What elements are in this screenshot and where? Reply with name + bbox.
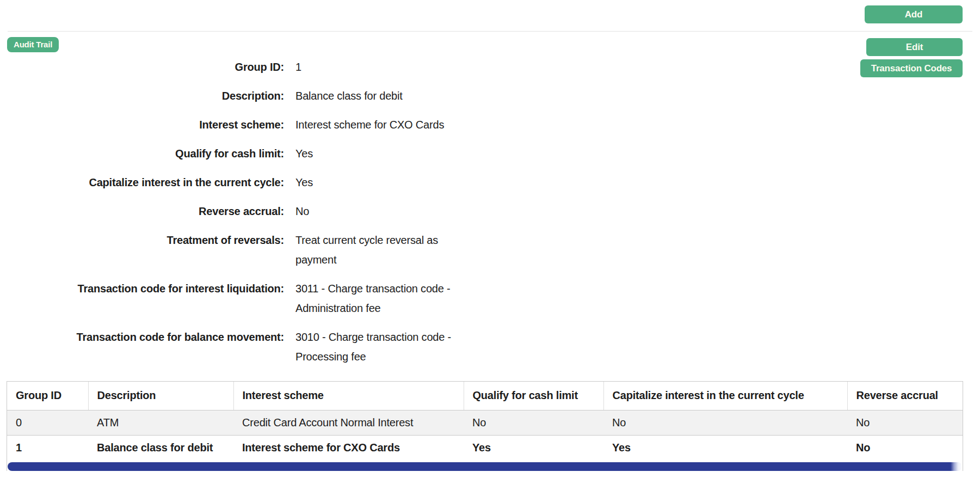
cell-interest-scheme: Interest scheme for CXO Cards <box>233 435 464 460</box>
detail-action-buttons: Edit Transaction Codes <box>860 38 963 77</box>
cell-qualify-cash-limit: Yes <box>464 435 603 460</box>
field-value-qualify-cash-limit: Yes <box>295 144 476 163</box>
column-header-interest-scheme[interactable]: Interest scheme <box>233 382 464 410</box>
table-header-row: Group ID Description Interest scheme Qua… <box>7 382 963 410</box>
column-header-qualify-cash-limit[interactable]: Qualify for cash limit <box>464 382 603 410</box>
cell-capitalize-interest: Yes <box>603 435 847 460</box>
field-label-qualify-cash-limit: Qualify for cash limit: <box>0 144 284 163</box>
groups-table-container: Group ID Description Interest scheme Qua… <box>7 381 963 471</box>
cell-reverse-accrual: No <box>847 435 963 460</box>
table-row[interactable]: 0 ATM Credit Card Account Normal Interes… <box>7 410 963 435</box>
field-label-description: Description: <box>0 86 284 106</box>
field-value-interest-scheme: Interest scheme for CXO Cards <box>295 115 476 134</box>
field-label-txn-code-balance-movement: Transaction code for balance movement: <box>0 327 284 366</box>
column-header-capitalize-interest[interactable]: Capitalize interest in the current cycle <box>603 382 847 410</box>
group-detail-form: Group ID: 1 Description: Balance class f… <box>0 57 476 366</box>
cell-description: Balance class for debit <box>88 435 233 460</box>
cell-group-id: 0 <box>7 410 88 435</box>
field-label-txn-code-interest-liquidation: Transaction code for interest liquidatio… <box>0 279 284 318</box>
field-value-capitalize-interest: Yes <box>295 173 476 192</box>
edit-button[interactable]: Edit <box>866 38 963 56</box>
divider <box>8 31 972 32</box>
column-header-description[interactable]: Description <box>88 382 233 410</box>
column-header-reverse-accrual[interactable]: Reverse accrual <box>847 382 963 410</box>
field-value-reverse-accrual: No <box>295 201 476 221</box>
table-row[interactable]: 1 Balance class for debit Interest schem… <box>7 435 963 460</box>
field-label-group-id: Group ID: <box>0 57 284 77</box>
field-label-interest-scheme: Interest scheme: <box>0 115 284 134</box>
horizontal-scrollbar-thumb[interactable] <box>8 462 951 471</box>
cell-interest-scheme: Credit Card Account Normal Interest <box>233 410 464 435</box>
groups-table: Group ID Description Interest scheme Qua… <box>7 382 963 460</box>
field-label-capitalize-interest: Capitalize interest in the current cycle… <box>0 173 284 192</box>
field-value-txn-code-balance-movement: 3010 - Charge transaction code - Process… <box>295 327 476 366</box>
cell-group-id: 1 <box>7 435 88 460</box>
horizontal-scrollbar-thumb-cap <box>951 462 962 471</box>
field-label-reverse-accrual: Reverse accrual: <box>0 201 284 221</box>
transaction-codes-button[interactable]: Transaction Codes <box>860 59 963 77</box>
cell-capitalize-interest: No <box>603 410 847 435</box>
field-label-treatment-of-reversals: Treatment of reversals: <box>0 230 284 269</box>
column-header-group-id[interactable]: Group ID <box>7 382 88 410</box>
field-value-txn-code-interest-liquidation: 3011 - Charge transaction code - Adminis… <box>295 279 476 318</box>
cell-description: ATM <box>88 410 233 435</box>
field-value-description: Balance class for debit <box>295 86 476 106</box>
add-button[interactable]: Add <box>865 5 963 23</box>
audit-trail-button[interactable]: Audit Trail <box>7 37 59 52</box>
cell-reverse-accrual: No <box>847 410 963 435</box>
horizontal-scrollbar-track[interactable] <box>8 462 962 471</box>
field-value-treatment-of-reversals: Treat current cycle reversal as payment <box>295 230 476 269</box>
field-value-group-id: 1 <box>295 57 476 77</box>
cell-qualify-cash-limit: No <box>464 410 603 435</box>
